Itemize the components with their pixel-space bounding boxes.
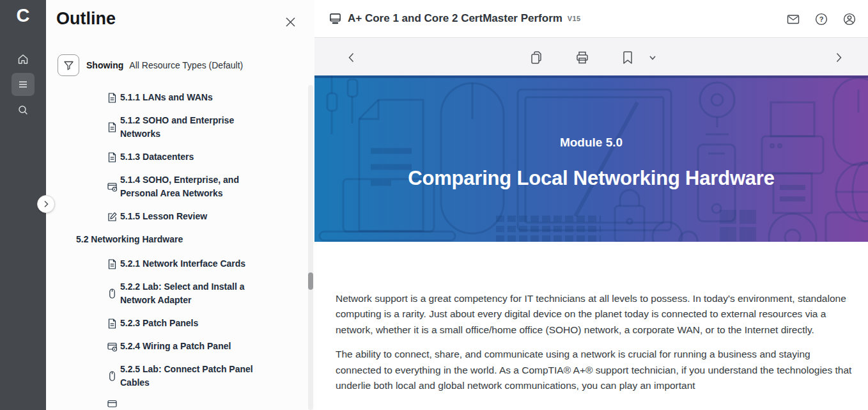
help-icon: ? — [814, 12, 828, 26]
module-label: Module 5.0 — [560, 136, 623, 150]
list-item[interactable]: 5.2.4 Wiring a Patch Panel — [46, 340, 302, 353]
list-item[interactable] — [46, 399, 302, 409]
list-item[interactable]: 5.1.3 Datacenters — [46, 150, 302, 164]
panel-expand-button[interactable] — [37, 195, 55, 213]
filter-icon — [63, 60, 74, 71]
book-icon — [329, 12, 342, 26]
outline-scrollbar-thumb[interactable] — [308, 272, 313, 290]
document-icon — [107, 152, 118, 162]
search-icon — [17, 104, 29, 116]
list-item[interactable]: 5.1.5 Lesson Review — [46, 210, 302, 223]
document-icon — [107, 319, 118, 329]
lab-icon — [107, 288, 118, 299]
close-outline-button[interactable] — [281, 13, 299, 31]
video-icon — [107, 342, 118, 352]
previous-page-button[interactable] — [343, 49, 360, 67]
mail-icon — [786, 12, 800, 26]
lab-icon — [107, 371, 118, 381]
outline-menu-button[interactable] — [12, 73, 35, 96]
list-item[interactable]: 5.1.4 SOHO, Enterprise, and Personal Are… — [46, 173, 302, 200]
document-icon — [107, 259, 118, 269]
messages-button[interactable] — [785, 11, 802, 28]
close-icon — [285, 17, 296, 28]
outline-list: 5.1.1 LANs and WANs 5.1.2 SOHO and Enter… — [46, 91, 302, 410]
banner-text: Module 5.0 Comparing Local Networking Ha… — [314, 75, 868, 242]
account-button[interactable] — [841, 11, 858, 28]
print-button[interactable] — [573, 49, 591, 67]
app: C Outline — [0, 0, 868, 410]
chevron-right-icon — [43, 200, 49, 208]
home-icon — [17, 52, 29, 65]
course-header: A+ Core 1 and Core 2 CertMaster Perform … — [314, 0, 868, 38]
filter-button[interactable] — [58, 54, 79, 76]
outline-scrollbar[interactable] — [308, 85, 313, 410]
chevron-right-icon — [831, 50, 846, 65]
outline-panel: Outline Showing All Resource Types (Defa… — [46, 0, 314, 410]
showing-label: Showing — [86, 60, 123, 70]
course-title: A+ Core 1 and Core 2 CertMaster Perform — [348, 12, 562, 25]
chevron-left-icon — [344, 50, 359, 65]
next-page-button[interactable] — [830, 49, 848, 67]
account-icon — [842, 12, 856, 26]
bookmark-button[interactable] — [619, 49, 636, 67]
module-title: Comparing Local Networking Hardware — [408, 167, 775, 190]
copy-icon — [529, 50, 544, 65]
home-button[interactable] — [12, 47, 35, 70]
list-item[interactable]: 5.2.1 Network Interface Cards — [46, 257, 302, 271]
copy-button[interactable] — [527, 49, 545, 67]
video-icon — [107, 182, 118, 192]
module-banner: Module 5.0 Comparing Local Networking Ha… — [314, 75, 868, 242]
bookmark-menu-button[interactable] — [646, 52, 659, 63]
help-button[interactable]: ? — [813, 11, 830, 28]
list-item[interactable]: 5.2.2 Lab: Select and Install a Network … — [46, 280, 302, 307]
video-icon — [107, 399, 118, 409]
chevron-down-icon — [647, 53, 658, 62]
list-item[interactable]: 5.2.3 Patch Panels — [46, 317, 302, 330]
svg-text:?: ? — [819, 15, 824, 23]
header-actions: ? — [785, 0, 858, 38]
menu-icon — [17, 78, 29, 91]
lesson-body: Network support is a great competency fo… — [336, 291, 856, 402]
filter-row: Showing All Resource Types (Default) — [58, 54, 243, 76]
filter-value[interactable]: All Resource Types (Default) — [129, 60, 243, 70]
document-icon — [107, 93, 118, 103]
list-item[interactable]: 5.1.2 SOHO and Enterprise Networks — [46, 114, 302, 141]
section-header[interactable]: 5.2 Networking Hardware — [46, 233, 302, 246]
bookmark-icon — [621, 50, 635, 65]
search-button[interactable] — [12, 99, 35, 122]
print-icon — [575, 50, 590, 65]
document-icon — [107, 122, 118, 132]
list-item[interactable]: 5.1.1 LANs and WANs — [46, 91, 302, 104]
brand-logo: C — [0, 5, 46, 26]
paragraph: Network support is a great competency fo… — [336, 291, 856, 338]
main-area: A+ Core 1 and Core 2 CertMaster Perform … — [314, 0, 868, 410]
list-item[interactable]: 5.2.5 Lab: Connect Patch Panel Cables — [46, 363, 302, 390]
paragraph: The ability to connect, share, and commu… — [336, 347, 856, 393]
reader-toolbar — [314, 38, 868, 75]
course-version-badge: V15 — [568, 15, 581, 22]
outline-title: Outline — [56, 9, 116, 29]
edit-icon — [107, 212, 118, 222]
